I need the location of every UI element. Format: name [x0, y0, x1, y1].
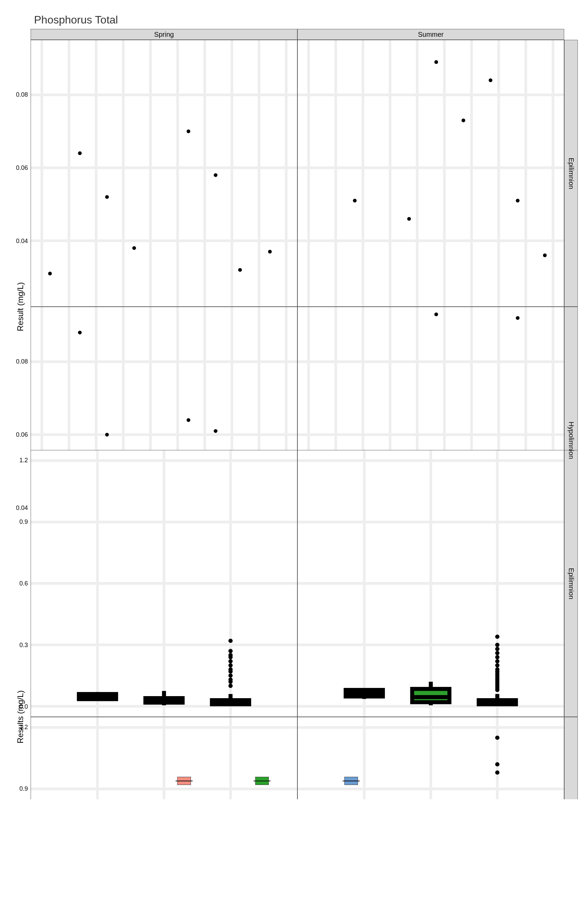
legend-swatch	[177, 777, 191, 785]
svg-point-141	[495, 655, 499, 660]
box-panel	[31, 450, 297, 717]
svg-point-138	[495, 667, 499, 672]
svg-point-108	[228, 653, 233, 657]
scatter-title: Phosphorus Total	[34, 14, 578, 26]
legend-swatch	[255, 777, 269, 785]
svg-point-80	[516, 316, 520, 320]
col-strip-spring: Spring	[31, 29, 297, 40]
box-facet-grid: Results (mg/L) Spring Summer Epilimnion …	[10, 439, 578, 756]
svg-point-143	[495, 647, 499, 651]
svg-point-35	[407, 217, 411, 221]
svg-point-34	[353, 199, 357, 202]
svg-point-217	[495, 770, 499, 775]
svg-point-40	[543, 254, 547, 257]
svg-point-18	[214, 173, 217, 177]
row-strip-hypo: Hypolimnion	[564, 717, 578, 799]
svg-point-145	[495, 635, 499, 639]
svg-point-110	[228, 639, 233, 643]
svg-point-16	[132, 246, 136, 250]
box-panel	[31, 717, 297, 799]
svg-point-109	[228, 649, 233, 653]
box-panel	[297, 450, 564, 717]
svg-point-142	[495, 651, 499, 655]
row-strip-epi: Epilimnion	[564, 40, 578, 307]
svg-point-14	[78, 152, 82, 155]
scatter-facet-grid: Result (mg/L) Spring Summer Epilimnion H…	[10, 29, 578, 403]
svg-point-58	[186, 418, 190, 422]
box-ylabel: Results (mg/L)	[10, 450, 31, 799]
svg-point-36	[434, 60, 438, 64]
row-strip-epi: Epilimnion	[564, 450, 578, 717]
scatter-panel	[31, 40, 297, 307]
svg-point-104	[228, 667, 233, 672]
svg-point-20	[268, 250, 272, 254]
svg-point-140	[495, 659, 499, 663]
svg-point-17	[186, 129, 190, 133]
col-strip-summer: Summer	[297, 29, 564, 40]
svg-point-139	[495, 663, 499, 668]
svg-point-218	[495, 762, 499, 766]
svg-point-59	[214, 429, 217, 433]
svg-point-219	[495, 736, 499, 740]
svg-point-37	[461, 118, 465, 122]
svg-point-101	[228, 677, 233, 682]
svg-point-99	[228, 684, 233, 688]
box-chart-block: Comparison with Network Data Results (mg…	[10, 424, 578, 756]
svg-point-56	[105, 433, 109, 436]
svg-point-13	[48, 272, 52, 275]
scatter-chart-block: Phosphorus Total Result (mg/L) Spring Su…	[10, 14, 578, 403]
legend-swatch	[344, 777, 358, 785]
svg-point-106	[228, 659, 233, 663]
svg-point-55	[78, 331, 82, 335]
scatter-panel	[297, 40, 564, 307]
svg-point-39	[516, 199, 520, 202]
box-panel	[297, 717, 564, 799]
svg-point-19	[238, 268, 242, 272]
svg-point-38	[489, 78, 493, 82]
svg-point-77	[434, 312, 438, 316]
svg-point-105	[228, 663, 233, 668]
svg-point-15	[105, 195, 109, 199]
svg-point-144	[495, 643, 499, 647]
svg-point-102	[228, 673, 233, 678]
